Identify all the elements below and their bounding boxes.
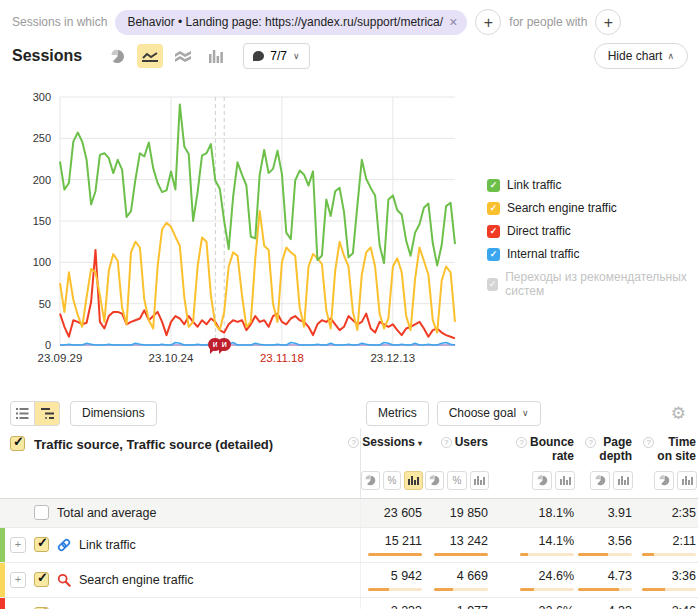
checkbox-icon: ✓: [487, 248, 500, 261]
svg-text:23.12.13: 23.12.13: [370, 352, 415, 364]
report-table: Dimensions Metrics Choose goal ∨ ⚙ Traff…: [0, 398, 698, 609]
line-chart-type-icon[interactable]: [137, 44, 163, 68]
legend-item-direct-traffic[interactable]: ✓ Direct traffic: [487, 224, 698, 238]
svg-text:300: 300: [33, 91, 51, 103]
filter-chip[interactable]: Behavior • Landing page: https://yandex.…: [115, 10, 467, 35]
hide-chart-button[interactable]: Hide chart ∧: [594, 43, 688, 69]
sort-desc-icon: ▾: [418, 439, 422, 464]
help-icon[interactable]: ?: [585, 437, 596, 448]
pie-view-icon[interactable]: [654, 471, 674, 490]
row-label[interactable]: Search engine traffic: [79, 573, 193, 587]
column-header-sessions[interactable]: ? Sessions ▾: [361, 428, 425, 464]
chart-annotation-marker[interactable]: И: [217, 338, 231, 351]
cell-page-depth: 3.56: [577, 528, 635, 562]
percent-view-icon[interactable]: %: [383, 471, 402, 490]
percent-view-icon[interactable]: %: [447, 471, 466, 490]
value-bar: [368, 588, 422, 591]
dimensions-button[interactable]: Dimensions: [70, 401, 157, 426]
pie-view-icon[interactable]: [590, 471, 610, 490]
checkbox-icon: ✓: [487, 225, 500, 238]
metrics-button[interactable]: Metrics: [366, 401, 429, 426]
value-bar: [520, 553, 574, 556]
table-toolbar: Dimensions Metrics Choose goal ∨ ⚙: [0, 398, 698, 428]
cell-time-on-site: 2:46: [635, 598, 698, 609]
legend-item-internal-traffic[interactable]: ✓ Internal traffic: [487, 247, 698, 261]
segment-filter-bar: Sessions in which Behavior • Landing pag…: [12, 8, 698, 36]
chart-legend: ✓ Link traffic ✓ Search engine traffic ✓…: [487, 178, 698, 298]
tree-view-icon[interactable]: [35, 401, 60, 426]
add-people-condition-button[interactable]: +: [595, 9, 621, 35]
chart-toolbar: Sessions 7/7 ∨ Hide chart ∧: [12, 42, 688, 70]
bars-view-icon[interactable]: [555, 471, 575, 490]
pie-view-icon[interactable]: [532, 471, 552, 490]
choose-goal-dropdown[interactable]: Choose goal ∨: [437, 401, 541, 426]
column-header-bounce-rate[interactable]: ? Bounce rate: [491, 428, 577, 464]
list-view-icon[interactable]: [10, 401, 35, 426]
cell-users: 19 850: [425, 499, 491, 527]
row-label: Total and average: [57, 506, 156, 520]
bars-view-icon[interactable]: [677, 471, 697, 490]
legend-item-recommendation-systems[interactable]: ✓ Переходы из рекомендательных систем: [487, 270, 698, 298]
svg-text:23.10.24: 23.10.24: [149, 352, 194, 364]
bars-view-icon[interactable]: [404, 471, 423, 490]
expand-row-button[interactable]: +: [10, 572, 26, 588]
sessions-in-which-label: Sessions in which: [12, 15, 107, 29]
value-bar: [642, 588, 696, 591]
stacked-area-type-icon[interactable]: [170, 44, 196, 68]
close-icon[interactable]: ×: [449, 14, 457, 30]
chevron-up-icon: ∧: [667, 51, 674, 61]
svg-text:150: 150: [33, 215, 51, 227]
chart-type-switcher: [104, 44, 229, 68]
column-header-users[interactable]: ? Users: [425, 428, 491, 464]
help-icon[interactable]: ?: [441, 437, 452, 448]
column-chart-type-icon[interactable]: [203, 44, 229, 68]
metrics-controls: Metrics Choose goal ∨: [366, 401, 541, 426]
help-icon[interactable]: ?: [516, 437, 527, 448]
table-row-total: Total and average 23 605 19 850 18.1% 3.…: [0, 499, 698, 528]
value-bar: [434, 553, 488, 556]
gear-icon[interactable]: ⚙: [671, 403, 686, 424]
value-bar: [368, 553, 422, 556]
dimension-header-label: Traffic source, Traffic source (detailed…: [34, 436, 273, 498]
row-label[interactable]: Link traffic: [79, 538, 136, 552]
row-color-stripe: [0, 563, 5, 597]
cell-bounce-rate: 14.1%: [491, 528, 577, 562]
cell-sessions: 23 605: [361, 499, 425, 527]
dimension-header-cell: Traffic source, Traffic source (detailed…: [0, 428, 360, 498]
cell-page-depth: 4.33: [577, 598, 635, 609]
row-color-stripe: [0, 598, 5, 609]
row-checkbox[interactable]: [34, 537, 49, 552]
filter-chip-text: Behavior • Landing page: https://yandex.…: [127, 15, 443, 29]
column-header-page-depth[interactable]: ? Page depth: [577, 428, 635, 464]
search-icon: [57, 573, 71, 587]
bars-view-icon[interactable]: [470, 471, 489, 490]
cell-time-on-site: 3:36: [635, 563, 698, 597]
row-checkbox[interactable]: [34, 572, 49, 587]
select-all-checkbox[interactable]: [10, 436, 25, 451]
annotations-dropdown[interactable]: 7/7 ∨: [243, 43, 309, 69]
value-bar: [578, 588, 632, 591]
expand-row-button[interactable]: +: [10, 537, 26, 553]
legend-item-link-traffic[interactable]: ✓ Link traffic: [487, 178, 698, 192]
legend-item-search-engine-traffic[interactable]: ✓ Search engine traffic: [487, 201, 698, 215]
table-row-direct-traffic: Direct traffic 2 233 1 977 22.6% 4.33 2:…: [0, 598, 698, 609]
bars-view-icon[interactable]: [613, 471, 633, 490]
cell-sessions: 5 942: [361, 563, 425, 597]
svg-text:23.11.18: 23.11.18: [260, 352, 304, 364]
cell-sessions: 15 211: [361, 528, 425, 562]
checkbox-icon: ✓: [487, 202, 500, 215]
pie-chart-type-icon[interactable]: [104, 44, 130, 68]
cell-sessions: 2 233: [361, 598, 425, 609]
help-icon[interactable]: ?: [643, 437, 654, 448]
column-header-time-on-site[interactable]: ? Time on site: [635, 428, 698, 464]
add-condition-button[interactable]: +: [475, 9, 501, 35]
cell-page-depth: 4.73: [577, 563, 635, 597]
pie-view-icon[interactable]: [425, 471, 444, 490]
cell-time-on-site: 2:35: [635, 499, 698, 527]
cell-bounce-rate: 18.1%: [491, 499, 577, 527]
row-checkbox[interactable]: [34, 505, 49, 520]
svg-text:250: 250: [33, 132, 51, 144]
pie-view-icon[interactable]: [361, 471, 380, 490]
sessions-display-toggles: %: [361, 464, 425, 498]
cell-bounce-rate: 24.6%: [491, 563, 577, 597]
